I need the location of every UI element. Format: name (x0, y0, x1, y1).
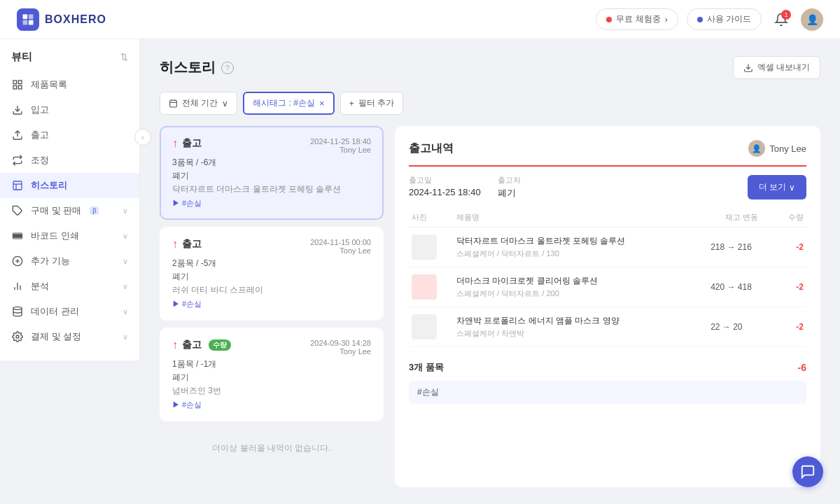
history-card-3-type: ↑ 출고 수량 (172, 339, 231, 351)
tag-filter-label: 해시태그 : #손실 (253, 97, 315, 109)
history-card-1-dest: 폐기 (172, 170, 371, 182)
svg-rect-3 (29, 20, 34, 24)
detail-tag-value: #손실 (417, 387, 439, 397)
svg-rect-7 (18, 85, 22, 89)
product-2-sub: 스페셜케어 / 닥터자르트 / 200 (456, 288, 705, 299)
settings-chevron-icon: ∨ (122, 332, 128, 342)
sidebar-header: 뷰티 ⇅ (0, 50, 139, 72)
excel-export-button[interactable]: 엑셀 내보내기 (733, 56, 820, 79)
top-nav: BOXHERO 무료 체험중 › 사용 가이드 1 👤 (0, 0, 840, 39)
sidebar-item-history[interactable]: 히스토리 (0, 173, 139, 198)
history-card-1-tag: ▶ #손실 (172, 198, 371, 209)
product-1-thumbnail (412, 234, 437, 260)
sidebar-item-export[interactable]: 출고 (0, 122, 139, 148)
sidebar-item-data[interactable]: 데이터 관리 ∨ (0, 299, 139, 324)
guide-dot (697, 17, 703, 22)
history-empty-message: 더이상 불러올 내역이 없습니다. (160, 428, 384, 468)
col-stock: 재고 변동 (708, 208, 776, 227)
sidebar-item-products[interactable]: 제품목록 (0, 72, 139, 97)
history-card-2[interactable]: ↑ 출고 2024-11-15 00:00 Tony Lee 2품목 / -5개… (160, 227, 384, 321)
history-card-3-date: 2024-09-30 14:28 (310, 339, 371, 347)
logo-area: BOXHERO (17, 8, 106, 31)
sidebar-item-settings[interactable]: 결제 및 설정 ∨ (0, 324, 139, 349)
sidebar-item-extra[interactable]: 추가 기능 ∨ (0, 248, 139, 274)
sidebar-import-label: 입고 (31, 104, 49, 116)
product-3-thumbnail (412, 314, 437, 340)
plus-circle-icon (11, 255, 24, 267)
detail-footer: 3개 품목 -6 (409, 356, 806, 374)
svg-rect-5 (18, 80, 22, 84)
product-1-info: 닥터자르트 더마스크 울트라젯 포헤팅 솔루션 스페셜케어 / 닥터자르트 / … (454, 227, 708, 267)
filter-bar: 전체 기간 ∨ 해시태그 : #손실 × + 필터 추가 (160, 92, 820, 115)
bell-badge: 1 (781, 10, 791, 20)
guide-button[interactable]: 사용 가이드 (687, 8, 762, 30)
sidebar-item-adjust[interactable]: 조정 (0, 148, 139, 173)
product-2-qty: -2 (776, 267, 806, 307)
sidebar-item-import[interactable]: 입고 (0, 97, 139, 122)
product-3-info: 차앤박 프로폴리스 에너지 앰플 마스크 영양 스페셜케어 / 차앤박 (454, 307, 708, 347)
chat-button[interactable] (792, 456, 823, 487)
bell-button[interactable]: 1 (770, 8, 792, 31)
date-chevron-icon: ∨ (222, 99, 228, 108)
history-icon (11, 179, 24, 192)
free-trial-button[interactable]: 무료 체험중 › (596, 8, 678, 30)
date-filter-button[interactable]: 전체 기간 ∨ (160, 92, 237, 115)
sidebar-history-label: 히스토리 (31, 179, 67, 192)
svg-rect-1 (29, 14, 34, 19)
product-3-stock-change: 22 → 20 (710, 322, 742, 332)
product-1-thumb (409, 227, 454, 267)
download-icon (11, 104, 24, 116)
sidebar-item-analysis[interactable]: 분석 ∨ (0, 274, 139, 299)
history-card-2-type-label: 출고 (182, 238, 202, 251)
svg-rect-10 (13, 181, 22, 190)
tag-filter[interactable]: 해시태그 : #손실 × (243, 92, 334, 115)
sidebar-products-label: 제품목록 (31, 78, 67, 91)
arrows-icon (11, 154, 24, 167)
add-filter-plus-icon: + (349, 99, 354, 108)
history-card-1-user: Tony Lee (310, 146, 371, 154)
item-count: 3개 품목 (409, 361, 444, 374)
history-card-3-badge: 수량 (209, 340, 231, 351)
history-card-3-tag: ▶ #손실 (172, 400, 371, 410)
nav-right: 무료 체험중 › 사용 가이드 1 👤 (596, 8, 823, 31)
date-filter-label: 전체 기간 (182, 97, 218, 109)
sidebar-sort-icon[interactable]: ⇅ (120, 52, 128, 62)
logo-text: BOXHERO (45, 13, 106, 26)
sidebar-collapse-button[interactable]: ‹ (134, 129, 151, 146)
sidebar-item-purchase[interactable]: 구매 및 판매 β ∨ (0, 198, 139, 223)
help-icon[interactable]: ? (221, 62, 234, 74)
sidebar-settings-label: 결제 및 설정 (31, 330, 81, 343)
svg-point-22 (16, 335, 19, 338)
detail-header: 출고내역 👤 Tony Lee (409, 140, 806, 167)
sidebar-purchase-label: 구매 및 판매 (31, 204, 81, 217)
product-3-name: 차앤박 프로폴리스 에너지 앰플 마스크 영양 (456, 315, 705, 327)
tag-filter-close-icon[interactable]: × (319, 98, 325, 108)
more-button[interactable]: 더 보기 ∨ (748, 175, 806, 200)
guide-label: 사용 가이드 (707, 13, 751, 25)
history-card-2-date: 2024-11-15 00:00 (310, 238, 371, 246)
user-avatar[interactable]: 👤 (801, 8, 823, 31)
history-card-2-meta: 2024-11-15 00:00 Tony Lee (310, 238, 371, 255)
history-card-1-type: ↑ 출고 (172, 137, 202, 150)
history-card-1[interactable]: ↑ 출고 2024-11-25 18:40 Tony Lee 3품목 / -6개… (160, 126, 384, 220)
barcode-icon (11, 230, 24, 242)
out-arrow-icon-1: ↑ (172, 137, 178, 150)
product-2-stock: 420 → 418 (708, 267, 776, 307)
history-card-1-type-label: 출고 (182, 137, 202, 150)
history-card-3-user: Tony Lee (310, 347, 371, 356)
product-row-2: 더마스크 마이크로젯 클리어링 솔루션 스페셜케어 / 닥터자르트 / 200 … (409, 267, 806, 307)
logo-icon (17, 8, 39, 31)
product-2-name: 더마스크 마이크로젯 클리어링 솔루션 (456, 275, 705, 287)
detail-dest-item: 출고처 폐기 (498, 175, 521, 200)
history-card-2-summary: 2품목 / -5개 (172, 258, 371, 270)
svg-rect-4 (13, 80, 17, 84)
add-filter-button[interactable]: + 필터 추가 (340, 92, 403, 115)
analysis-chevron-icon: ∨ (122, 282, 128, 291)
sidebar-item-barcode[interactable]: 바코드 인쇄 ∨ (0, 223, 139, 248)
history-card-3[interactable]: ↑ 출고 수량 2024-09-30 14:28 Tony Lee 1품목 / … (160, 328, 384, 421)
page-title: 히스토리 (160, 58, 216, 77)
detail-date-item: 출고일 2024-11-25 18:40 (409, 175, 481, 200)
history-card-1-summary: 3품목 / -6개 (172, 157, 371, 169)
history-card-3-meta: 2024-09-30 14:28 Tony Lee (310, 339, 371, 356)
total-qty: -6 (798, 362, 806, 373)
